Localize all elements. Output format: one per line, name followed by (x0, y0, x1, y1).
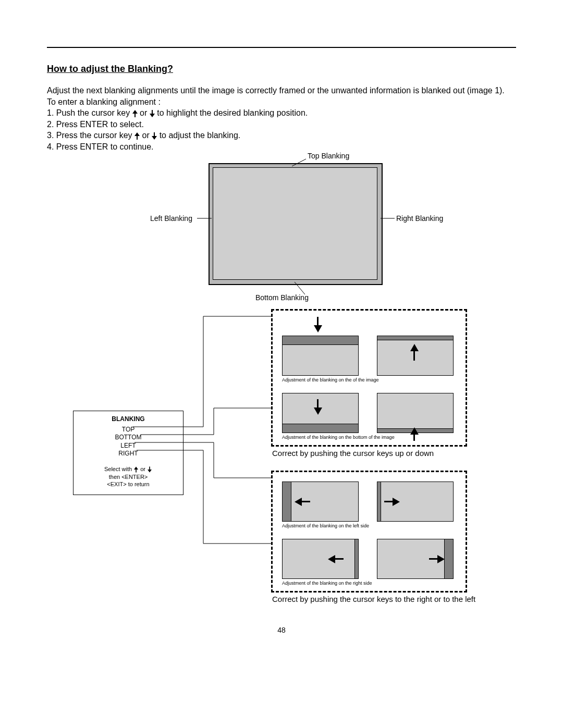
label-top-blanking: Top Blanking (308, 152, 349, 160)
step1-c: to highlight the desired blanking positi… (157, 108, 308, 117)
menu-foot1b: or (140, 466, 147, 472)
arrow-up-icon (134, 132, 140, 140)
arrow-left-icon (334, 558, 344, 560)
label-left-blanking: Left Blanking (150, 214, 192, 223)
arrow-down-icon (152, 132, 157, 140)
arrow-right-icon (393, 498, 400, 506)
arrow-down-icon (148, 466, 152, 472)
step3-b: or (142, 131, 152, 140)
menu-item-top: TOP (74, 426, 183, 434)
menu-foot2: then <ENTER> (74, 473, 183, 480)
mini-top-less (377, 336, 454, 376)
caption-correct-vertical: Correct by pushing the cursor keys up or… (272, 449, 434, 458)
mini-top-more (282, 336, 359, 376)
arrow-left-icon (301, 501, 310, 502)
step4: 4. Press ENTER to continue. (47, 141, 516, 153)
arrow-left-icon (295, 498, 302, 506)
arrow-up-icon (413, 351, 415, 361)
label-right-blanking: Right Blanking (396, 214, 443, 223)
arrow-up-icon (132, 110, 138, 117)
arrow-right-icon (437, 555, 445, 563)
arrow-down-icon (150, 110, 155, 117)
arrow-left-icon (328, 555, 335, 563)
arrow-down-icon (314, 325, 322, 332)
menu-foot1a: Select with (104, 466, 133, 472)
label-bottom-blanking: Bottom Blanking (255, 293, 309, 302)
intro-text: Adjust the next blanking alignments unti… (47, 85, 516, 96)
arrow-up-icon (134, 466, 138, 472)
arrow-up-icon (410, 344, 419, 351)
menu-item-bottom: BOTTOM (74, 434, 183, 442)
step3-c: to adjust the blanking. (160, 131, 241, 140)
mini-left-more (282, 482, 359, 522)
vertical-blanking-group: Adjustment of the blanking on the of the… (271, 309, 467, 447)
blanking-menu-box: BLANKING TOP BOTTOM LEFT RIGHT Select wi… (73, 411, 183, 495)
step1-b: or (140, 108, 150, 117)
caption-adj-left: Adjustment of the blanking on the left s… (282, 523, 369, 528)
arrow-up-icon (410, 427, 419, 435)
section-heading: How to adjust the Blanking? (47, 64, 516, 75)
mini-right-less (282, 539, 359, 579)
arrow-up-icon (413, 434, 415, 441)
intro-block: Adjust the next blanking alignments unti… (47, 85, 516, 153)
screen-inner-area (213, 167, 377, 280)
caption-adj-right: Adjustment of the blanking on the right … (282, 581, 372, 586)
arrow-down-icon (314, 408, 322, 415)
page-number: 48 (47, 626, 516, 634)
menu-foot3: <EXIT> to return (74, 480, 183, 488)
caption-adj-bottom: Adjustment of the blanking on the bottom… (282, 435, 395, 440)
step2: 2. Press ENTER to select. (47, 119, 516, 130)
menu-title: BLANKING (74, 415, 183, 423)
step3-a: 3. Press the cursor key (47, 131, 134, 140)
blanking-screen-diagram: Top Blanking Left Blanking Right Blankin… (47, 153, 516, 309)
top-rule (47, 47, 516, 48)
enter-line: To enter a blanking alignment : (47, 96, 516, 108)
lower-diagrams: BLANKING TOP BOTTOM LEFT RIGHT Select wi… (47, 309, 516, 622)
menu-item-left: LEFT (74, 442, 183, 450)
step1-a: 1. Push the cursor key (47, 108, 132, 117)
horizontal-blanking-group: Adjustment of the blanking on the left s… (271, 471, 467, 593)
menu-item-right: RIGHT (74, 450, 183, 458)
caption-correct-horizontal: Correct by pushing the cursor keys to th… (272, 595, 475, 604)
caption-adj-top: Adjustment of the blanking on the of the… (282, 377, 379, 382)
